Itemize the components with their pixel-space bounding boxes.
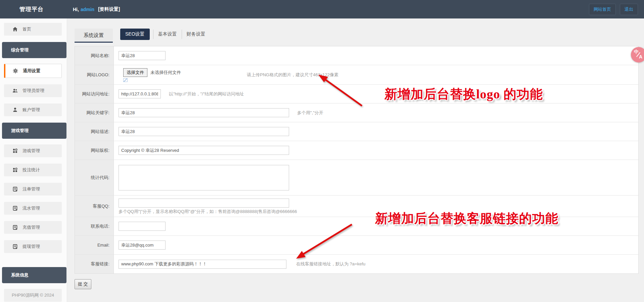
form-row-site-url: 网站访问地址: 以"http://"开始，"/"结尾的网站访问地址 <box>75 85 638 103</box>
sidebar-item-label: 提现管理 <box>22 244 40 250</box>
sidebar-section-system-info[interactable]: 系统信息 <box>2 267 66 283</box>
sidebar-item-order-management[interactable]: 注单管理 <box>4 183 62 196</box>
description-input[interactable] <box>119 127 289 136</box>
sub-tabs: SEO设置 基本设置 财务设置 <box>120 29 210 43</box>
greeting-prefix: Hi, <box>73 7 79 12</box>
sidebar-item-withdraw-management[interactable]: 提现管理 <box>4 240 62 253</box>
sidebar-item-bet-statistics[interactable]: 投注统计 <box>4 164 62 176</box>
settings-form: 网站名称: 网站LOGO: 选择文件 未选择任何文件 <box>75 46 639 274</box>
top-actions: 网站首页 退出 <box>589 4 638 15</box>
field-label: 网站版权: <box>75 141 114 160</box>
service-qq-input[interactable] <box>119 199 289 208</box>
gear-icon <box>13 68 18 74</box>
users-icon <box>12 88 18 93</box>
admin-panel: 管理平台 Hi, admin [资料设置] 网站首页 退出 首页 综合管理 <box>0 0 644 302</box>
top-bar: 管理平台 Hi, admin [资料设置] 网站首页 退出 <box>0 0 644 18</box>
document-icon <box>12 225 18 230</box>
sidebar-item-label: 通用设置 <box>23 68 40 74</box>
sidebar-item-account-management[interactable]: 账户管理 <box>4 103 62 116</box>
phone-input[interactable] <box>119 222 166 231</box>
email-input[interactable] <box>119 241 166 250</box>
main-content: 系统设置 SEO设置 基本设置 财务设置 网站名称: 网站LOGO: <box>67 18 644 302</box>
sidebar-item-label: 流水管理 <box>22 205 40 211</box>
form-row-description: 网站描述: <box>75 122 638 141</box>
sidebar-item-recharge-management[interactable]: 充值管理 <box>4 221 62 234</box>
form-row-site-logo: 网站LOGO: 选择文件 未选择任何文件 请上传PNG格式的图片，建议尺寸462… <box>75 65 638 85</box>
profile-settings-link[interactable]: [资料设置] <box>98 6 120 12</box>
keywords-input[interactable] <box>119 108 289 117</box>
field-label: Email: <box>75 236 114 254</box>
sidebar-item-label: 注单管理 <box>22 186 40 192</box>
field-label: 联系电话: <box>75 217 114 235</box>
service-link-input[interactable] <box>119 260 286 269</box>
kefu-annotation-text: 新增加后台替换客服链接的功能 <box>375 210 558 227</box>
sidebar-item-label: 游戏管理 <box>22 148 40 154</box>
sidebar-item-label: 充值管理 <box>22 224 40 230</box>
field-label: 客服链接: <box>75 255 114 273</box>
file-status-text: 未选择任何文件 <box>150 70 181 76</box>
username-link[interactable]: admin <box>81 7 94 12</box>
tab-seo-settings[interactable]: SEO设置 <box>120 29 150 40</box>
tab-system-settings[interactable]: 系统设置 <box>75 29 113 43</box>
keywords-hint: 多个用","分开 <box>297 110 323 116</box>
form-row-service-link: 客服链接: 在线客服链接地址，默认为 ?a=kefu <box>75 255 638 273</box>
sidebar-section-general[interactable]: 综合管理 <box>2 42 66 58</box>
sidebar-item-turnover-management[interactable]: 流水管理 <box>4 202 62 215</box>
form-row-copyright: 网站版权: <box>75 141 638 160</box>
form-row-email: Email: <box>75 236 638 255</box>
broken-image-icon <box>123 78 128 82</box>
tab-basic-settings[interactable]: 基本设置 <box>153 30 182 39</box>
sidebar-item-label: 首页 <box>22 26 31 32</box>
service-link-hint: 在线客服链接地址，默认为 ?a=kefu <box>296 261 365 267</box>
user-icon <box>12 107 18 113</box>
field-label: 客服QQ: <box>75 196 114 217</box>
document-icon <box>12 206 18 211</box>
sidebar-footer-copyright: PHP90源码网 © 2024 <box>4 289 62 302</box>
form-row-keywords: 网站关键字: 多个用","分开 <box>75 103 638 122</box>
site-url-input[interactable] <box>119 89 161 98</box>
translate-badge[interactable]: 中 A <box>631 47 644 62</box>
field-label: 网站LOGO: <box>75 65 114 84</box>
field-label: 网站描述: <box>75 122 114 141</box>
logo-hint: 请上传PNG格式的图片，建议尺寸462x122像素 <box>247 72 338 78</box>
app-title: 管理平台 <box>0 5 69 13</box>
field-label: 统计代码: <box>75 160 114 195</box>
submit-button[interactable]: 提 交 <box>75 279 91 289</box>
document-icon <box>12 186 18 192</box>
tab-bar: 系统设置 SEO设置 基本设置 财务设置 <box>75 29 639 43</box>
field-label: 网站名称: <box>75 46 114 65</box>
user-greeting: Hi, admin [资料设置] <box>73 6 120 12</box>
stats-code-textarea[interactable] <box>119 165 289 190</box>
sidebar-item-label: 投注统计 <box>22 167 40 173</box>
form-row-site-name: 网站名称: <box>75 46 638 65</box>
grid-icon <box>12 148 18 154</box>
copyright-input[interactable] <box>119 146 289 155</box>
translate-badge-en: A <box>639 54 642 59</box>
field-label: 网站访问地址: <box>75 85 114 103</box>
logo-annotation-text: 新增加后台替换logo 的功能 <box>384 86 543 103</box>
choose-file-button[interactable]: 选择文件 <box>123 68 147 77</box>
sidebar-item-label: 管理员管理 <box>22 88 44 94</box>
sidebar-item-game-management[interactable]: 游戏管理 <box>4 144 62 157</box>
field-label: 网站关键字: <box>75 103 114 122</box>
url-hint: 以"http://"开始，"/"结尾的网站访问地址 <box>169 91 244 97</box>
form-row-stats-code: 统计代码: <box>75 160 638 196</box>
grid-icon <box>12 167 18 173</box>
sidebar-item-admin-management[interactable]: 管理员管理 <box>4 84 62 97</box>
logout-button[interactable]: 退出 <box>620 4 638 15</box>
document-icon <box>12 244 18 249</box>
sidebar-item-label: 账户管理 <box>22 107 40 113</box>
sidebar-section-game[interactable]: 游戏管理 <box>2 123 66 139</box>
sidebar-item-general-settings[interactable]: 通用设置 <box>4 64 62 78</box>
site-home-button[interactable]: 网站首页 <box>589 4 616 15</box>
service-qq-hint: 多个QQ用"|"分开，显示名称和QQ用"@"分开，如：售前咨询@8888888|… <box>119 209 297 215</box>
site-name-input[interactable] <box>119 51 166 60</box>
tab-finance-settings[interactable]: 财务设置 <box>182 30 210 39</box>
sidebar: 首页 综合管理 通用设置 管理员管理 <box>0 18 67 302</box>
home-icon <box>12 27 18 32</box>
sidebar-item-home[interactable]: 首页 <box>4 23 62 36</box>
